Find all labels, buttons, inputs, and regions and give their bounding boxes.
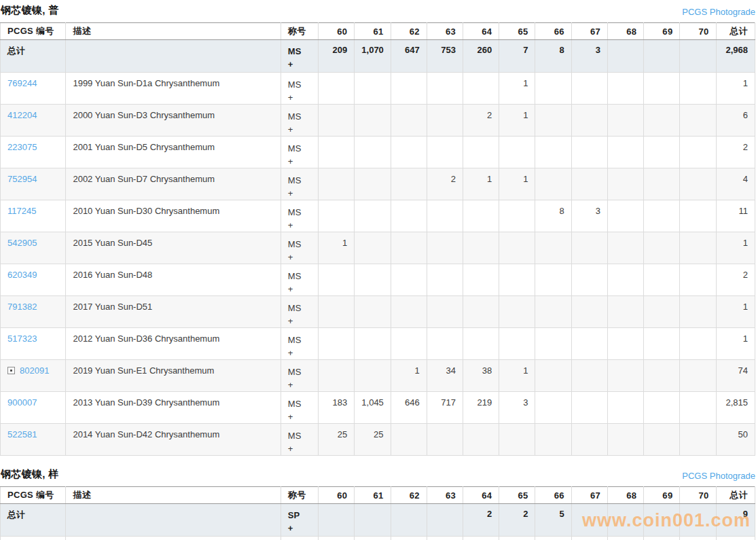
expand-icon[interactable] [7,367,15,374]
grade-60-count-cell [319,264,355,296]
col-header-grade-63: 63 [427,23,463,40]
pcgs-number-link[interactable]: 517323 [7,334,37,344]
grade-70-count-cell [680,200,716,232]
designation-cell: MS + [281,264,318,296]
row-total-cell: 2 [716,137,755,168]
pcgs-number-link[interactable]: 412204 [7,110,37,120]
grade-69-count-cell [644,537,680,540]
pcgs-number-link[interactable]: 769244 [7,78,37,88]
grade-62-count-cell [391,328,427,360]
grade-63-count-cell [427,424,463,456]
grade-61-count-cell [355,296,391,328]
grade-68-count-cell [607,105,643,137]
pcgs-number-link[interactable]: 620349 [7,270,37,280]
grade-68-count-cell [607,200,643,232]
col-header-grade-60: 60 [319,487,355,504]
total-grade-66-count: 5 [535,504,571,537]
total-row-designation: MS + [281,40,318,73]
grade-68-count-cell [607,264,643,296]
pcgs-number-cell: 522581 [1,424,66,456]
grade-67-count-cell [571,296,607,328]
row-total-cell: 1 [716,328,755,360]
grade-65-count-cell: 1 [499,73,535,105]
pcgs-number-link[interactable]: 791382 [7,302,37,312]
total-row-label: 总计 [1,504,66,537]
grade-61-count-cell [355,137,391,168]
designation-cell: MS + [281,328,318,360]
grade-67-count-cell [571,537,607,540]
total-grade-68-count [607,40,643,73]
grade-62-count-cell [391,137,427,168]
grade-62-count-cell [391,168,427,200]
pcgs-number-cell: 542905 [1,232,66,264]
col-header-grade-70: 70 [680,487,716,504]
population-section: 钢芯镀镍, 普 PCGS Photograde PCGS 编号描述称号60616… [0,0,756,456]
col-header-grade-70: 70 [680,23,716,40]
grade-60-count-cell [319,137,355,168]
grade-62-count-cell [391,296,427,328]
grade-69-count-cell [644,360,680,392]
grade-62-count-cell [391,264,427,296]
grade-61-count-cell [355,537,391,540]
pcgs-number-cell: 517323 [1,328,66,360]
grade-63-count-cell: 717 [427,392,463,424]
grade-63-count-cell [427,232,463,264]
table-row: 4122042000 Yuan Sun-D3 ChrysanthemumMS +… [1,105,755,137]
col-header-grade-62: 62 [391,23,427,40]
table-row: 7529542002 Yuan Sun-D7 ChrysanthemumMS +… [1,168,755,200]
grade-69-count-cell [644,73,680,105]
pcgs-number-link[interactable]: 802091 [20,365,49,376]
population-report-page: 钢芯镀镍, 普 PCGS Photograde PCGS 编号描述称号60616… [0,0,756,540]
grade-62-count-cell: 646 [391,392,427,424]
table-row: 7913822017 Yuan Sun-D51MS +1 [1,296,755,328]
total-grade-60-count [319,504,355,537]
total-grade-63-count: 753 [427,40,463,73]
grade-61-count-cell: 25 [355,424,391,456]
total-grade-65-count: 2 [499,504,535,537]
grade-67-count-cell [571,73,607,105]
total-grade-62-count [391,504,427,537]
pcgs-number-link[interactable]: 542905 [7,238,37,248]
description-cell: 2010 Yuan Sun-D30 Chrysanthemum [66,200,281,232]
grade-70-count-cell [680,328,716,360]
section-header: 钢芯镀镍, 样 PCGS Photograde [0,456,756,486]
pcgs-number-cell: 412204 [1,105,66,137]
grade-70-count-cell [680,296,716,328]
grade-61-count-cell [355,328,391,360]
pcgs-number-cell: 769244 [1,73,66,105]
pcgs-photograde-link[interactable]: PCGS Photograde [682,471,755,481]
grade-62-count-cell [391,537,427,540]
pcgs-number-cell: 791382 [1,296,66,328]
grade-63-count-cell: 34 [427,360,463,392]
pcgs-number-link[interactable]: 223075 [7,142,37,152]
total-grade-67-count [571,504,607,537]
grade-70-count-cell [680,73,716,105]
description-cell: 1999 Yuan Sun-D1a Chrysanthemum [66,73,281,105]
grade-60-count-cell [319,328,355,360]
section-header: 钢芯镀镍, 普 PCGS Photograde [0,0,756,22]
grade-66-count-cell [535,168,571,200]
grade-70-count-cell [680,232,716,264]
col-header-grade-64: 64 [463,487,499,504]
row-total-cell: 1 [716,73,755,105]
row-total-cell: 2 [716,264,755,296]
grade-68-count-cell [607,168,643,200]
grade-61-count-cell [355,105,391,137]
table-row: 2230752001 Yuan Sun-D5 ChrysanthemumMS +… [1,137,755,168]
grade-64-count-cell: 38 [463,360,499,392]
col-header-grade-65: 65 [499,23,535,40]
grade-66-count-cell [535,392,571,424]
pcgs-number-link[interactable]: 117245 [7,206,36,216]
col-header-grade-67: 67 [571,23,607,40]
pcgs-number-link[interactable]: 752954 [7,174,37,184]
pcgs-photograde-link[interactable]: PCGS Photograde [682,7,755,17]
row-total-cell: 6 [716,105,755,137]
grade-66-count-cell [535,137,571,168]
grade-69-count-cell [644,392,680,424]
population-section: 钢芯镀镍, 样 PCGS Photograde PCGS 编号描述称号60616… [0,456,756,540]
designation-cell: MS + [281,296,318,328]
pcgs-number-link[interactable]: 522581 [7,429,37,439]
pcgs-number-link[interactable]: 900007 [7,397,37,408]
row-total-cell: 1 [716,296,755,328]
grade-68-count-cell [607,537,643,540]
